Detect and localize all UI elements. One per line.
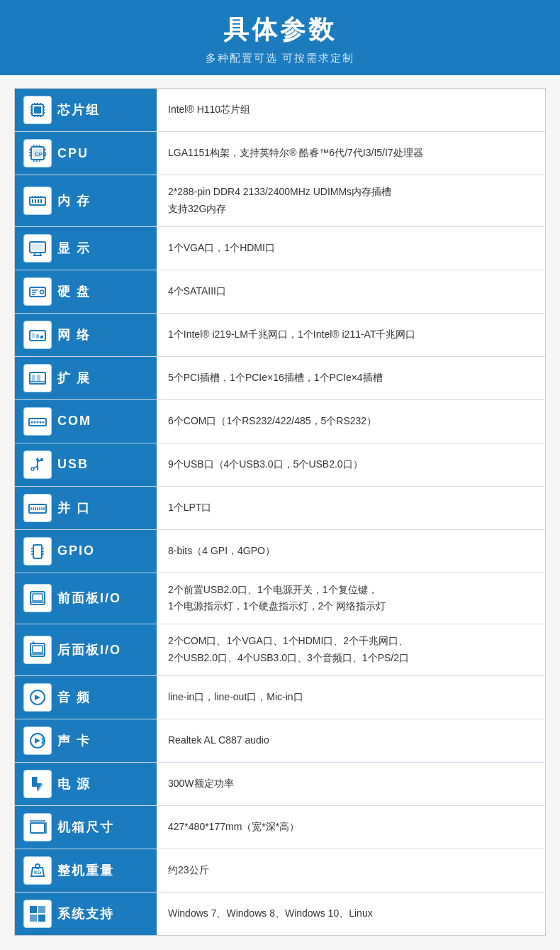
value-cell-com: 6个COM口（1个RS232/422/485，5个RS232）	[157, 399, 545, 443]
value-cell-parallel: 1个LPT口	[157, 486, 545, 529]
spec-table: 芯片组Intel® H110芯片组 CPU CPULGA1151构架，支持英特尔…	[15, 89, 545, 935]
label-cell-soundcard: 声 卡	[15, 719, 157, 762]
value-cell-memory: 2*288-pin DDR4 2133/2400MHz UDIMMs内存插槽支持…	[157, 175, 545, 227]
table-row: USB9个USB口（4个USB3.0口，5个USB2.0口）	[15, 443, 545, 486]
label-text-network: 网 络	[57, 326, 91, 343]
label-text-power: 电 源	[57, 775, 91, 792]
svg-point-58	[34, 421, 36, 423]
svg-rect-84	[33, 594, 43, 601]
table-row: 电 源300W额定功率	[15, 762, 545, 805]
svg-rect-53	[32, 375, 35, 382]
table-row: 硬 盘4个SATAIII口	[15, 270, 545, 313]
table-row: 内 存2*288-pin DDR4 2133/2400MHz UDIMMs内存插…	[15, 175, 545, 227]
label-text-audio: 音 频	[57, 689, 91, 706]
label-cell-front-panel: 前面板I/O	[15, 573, 157, 624]
svg-point-60	[40, 421, 42, 423]
label-text-chipset: 芯片组	[57, 101, 100, 118]
value-cell-power: 300W额定功率	[157, 762, 545, 805]
audio-icon	[23, 683, 52, 712]
label-text-front-panel: 前面板I/O	[57, 590, 121, 607]
value-cell-audio: line-in口，line-out口，Mic-in口	[157, 675, 545, 719]
label-cell-display: 显 示	[15, 226, 157, 270]
svg-rect-32	[38, 199, 39, 203]
label-cell-power: 电 源	[15, 762, 157, 805]
svg-point-104	[35, 864, 40, 868]
label-cell-usb: USB	[15, 443, 157, 486]
label-cell-com: COM	[15, 399, 157, 443]
cpu-icon: CPU	[23, 139, 52, 167]
value-cell-front-panel: 2个前置USB2.0口、1个电源开关，1个复位键，1个电源指示灯，1个硬盘指示灯…	[157, 573, 545, 624]
svg-rect-31	[35, 199, 36, 203]
value-cell-chipset: Intel® H110芯片组	[157, 89, 545, 132]
svg-text:KG: KG	[34, 870, 42, 875]
svg-rect-42	[32, 244, 43, 250]
label-text-dimensions: 机箱尺寸	[57, 819, 114, 836]
expansion-icon	[23, 364, 52, 392]
label-text-soundcard: 声 卡	[57, 732, 91, 749]
table-row: COM6个COM口（1个RS232/422/485，5个RS232）	[15, 399, 545, 443]
label-text-expansion: 扩 展	[57, 370, 91, 387]
label-cell-cpu: CPU CPU	[15, 132, 157, 175]
svg-rect-51	[40, 336, 43, 338]
label-text-memory: 内 存	[57, 192, 91, 209]
network-icon	[23, 321, 52, 349]
svg-point-59	[37, 421, 39, 423]
table-row: 后面板I/O2个COM口、1个VGA口、1个HDMI口、2个千兆网口、2个USB…	[15, 624, 545, 676]
svg-marker-91	[35, 695, 40, 700]
label-text-rear-panel: 后面板I/O	[57, 641, 121, 658]
memory-icon	[23, 187, 52, 215]
label-cell-gpio: GPIO	[15, 529, 157, 573]
label-text-gpio: GPIO	[57, 543, 95, 558]
svg-rect-65	[40, 458, 43, 461]
table-row: CPU CPULGA1151构架，支持英特尔® 酷睿™6代/7代I3/I5/I7…	[15, 132, 545, 175]
svg-rect-108	[30, 915, 37, 922]
label-text-cpu: CPU	[57, 146, 89, 161]
label-cell-hdd: 硬 盘	[15, 270, 157, 313]
svg-point-61	[43, 421, 45, 423]
svg-rect-33	[40, 199, 42, 203]
label-cell-chipset: 芯片组	[15, 89, 157, 132]
header: 具体参数 多种配置可选 可按需求定制	[0, 0, 560, 75]
value-cell-expansion: 5个PCI插槽，1个PCIe×16插槽，1个PCIe×4插槽	[157, 356, 545, 399]
power-icon	[23, 770, 52, 798]
value-cell-gpio: 8-bits（4 GPI，4GPO）	[157, 529, 545, 573]
value-cell-hdd: 4个SATAIII口	[157, 270, 545, 313]
svg-rect-54	[37, 375, 40, 382]
chipset-icon	[23, 96, 52, 124]
weight-icon: KG	[23, 856, 52, 885]
svg-rect-49	[32, 333, 35, 338]
label-text-usb: USB	[57, 457, 89, 472]
gpio-icon	[23, 537, 52, 565]
table-row: KG 整机重量约23公斤	[15, 849, 545, 892]
label-cell-dimensions: 机箱尺寸	[15, 805, 157, 849]
svg-rect-97	[30, 823, 45, 833]
com-icon	[23, 407, 52, 436]
label-cell-expansion: 扩 展	[15, 356, 157, 399]
svg-text:CPU: CPU	[35, 151, 47, 158]
value-cell-network: 1个Intel® i219-LM千兆网口，1个Intel® i211-AT千兆网…	[157, 313, 545, 356]
spec-table-container: 芯片组Intel® H110芯片组 CPU CPULGA1151构架，支持英特尔…	[14, 88, 546, 936]
parallel-icon	[23, 494, 52, 522]
value-cell-cpu: LGA1151构架，支持英特尔® 酷睿™6代/7代I3/I5/I7处理器	[157, 132, 545, 175]
frontpanel-icon	[23, 584, 52, 612]
label-cell-audio: 音 频	[15, 675, 157, 719]
svg-point-57	[31, 421, 33, 423]
label-cell-weight: KG 整机重量	[15, 849, 157, 892]
table-row: 机箱尺寸427*480*177mm（宽*深*高）	[15, 805, 545, 849]
label-text-weight: 整机重量	[57, 862, 114, 879]
value-cell-weight: 约23公斤	[157, 849, 545, 892]
value-cell-display: 1个VGA口，1个HDMI口	[157, 226, 545, 270]
page-title: 具体参数	[0, 13, 560, 48]
dimensions-icon	[23, 813, 52, 841]
label-cell-parallel: 并 口	[15, 486, 157, 529]
svg-rect-50	[36, 334, 39, 338]
table-row: 声 卡Realtek AL C887 audio	[15, 719, 545, 762]
label-text-com: COM	[57, 414, 91, 429]
table-row: 网 络1个Intel® i219-LM千兆网口，1个Intel® i211-AT…	[15, 313, 545, 356]
table-row: 前面板I/O2个前置USB2.0口、1个电源开关，1个复位键，1个电源指示灯，1…	[15, 573, 545, 624]
svg-rect-76	[33, 545, 42, 558]
svg-point-44	[40, 290, 44, 294]
label-text-os: 系统支持	[57, 905, 114, 922]
svg-marker-67	[35, 458, 40, 460]
table-row: 芯片组Intel® H110芯片组	[15, 89, 545, 132]
